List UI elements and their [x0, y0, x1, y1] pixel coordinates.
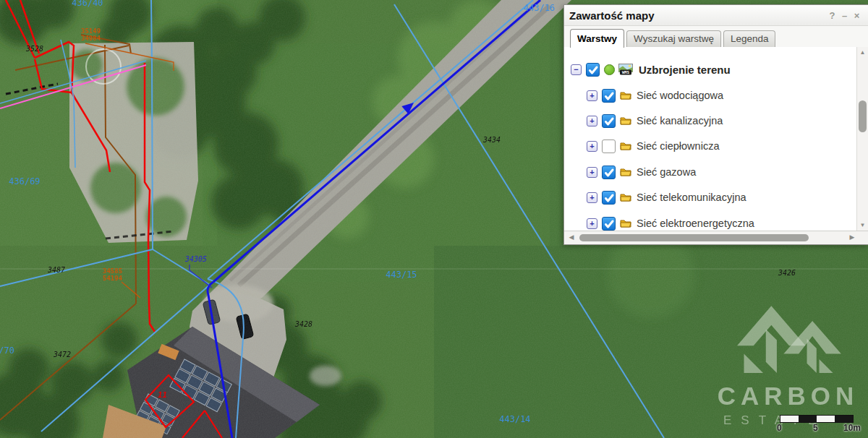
- scale-tick-label: 10m: [843, 423, 861, 433]
- map-contents-panel: Zawartość mapy ? – × Warstwy Wyszukaj wa…: [563, 4, 868, 245]
- layer-row-siec-telekomunikacyjna: + Sieć telekomunikacyjna: [564, 189, 746, 206]
- parcel-label: 436/40: [72, 0, 103, 8]
- layer-label[interactable]: Sieć kanalizacyjna: [637, 115, 723, 126]
- utility-label: 35149: [81, 27, 101, 35]
- layer-row-siec-wodociagowa: + Sieć wodociągowa: [564, 87, 723, 104]
- collapse-icon[interactable]: −: [571, 64, 582, 75]
- parcel-label: /70: [0, 345, 14, 356]
- expand-icon[interactable]: +: [587, 167, 597, 178]
- layer-checkbox[interactable]: [602, 166, 616, 179]
- layer-row-siec-elektroenergetyczna: + Sieć elektroenergetyczna: [564, 215, 754, 231]
- horizontal-scroll-thumb[interactable]: [579, 234, 809, 241]
- utility-label: 34585: [103, 267, 122, 275]
- horizontal-scrollbar[interactable]: ◀ ▶: [564, 231, 868, 244]
- scale-tick-label: 5: [813, 423, 818, 433]
- scroll-up-icon[interactable]: ▲: [857, 48, 868, 58]
- parcel-label: 3528: [26, 45, 43, 53]
- layer-row-siec-cieplownicza: + Sieć ciepłownicza: [564, 137, 719, 155]
- gis-application-window: 436/40 443/16 436/69 /70 443/15 443/14 3…: [0, 0, 868, 438]
- scale-tick-label: 0: [777, 423, 782, 433]
- parcel-label: 3426: [778, 269, 796, 277]
- layer-row-siec-kanalizacyjna: + Sieć kanalizacyjna: [564, 112, 723, 129]
- expand-icon[interactable]: +: [587, 90, 597, 101]
- tab-wyszukaj-warstwe[interactable]: Wyszukaj warstwę: [626, 30, 721, 47]
- layer-checkbox[interactable]: [586, 63, 600, 77]
- scroll-left-icon[interactable]: ◀: [566, 231, 577, 244]
- folder-icon: [620, 167, 631, 177]
- utility-label: 54194: [103, 275, 122, 282]
- parcel-label: 443/15: [386, 270, 417, 280]
- layer-checkbox[interactable]: [602, 191, 616, 205]
- scroll-down-icon[interactable]: ▼: [857, 220, 868, 231]
- parcel-label: 443/16: [524, 3, 555, 13]
- layer-label[interactable]: Sieć ciepłownicza: [637, 140, 719, 152]
- layer-row-siec-gazowa: + Sieć gazowa: [564, 163, 696, 181]
- layer-tree: − WMS Uzbrojenie terenu +: [564, 47, 868, 231]
- folder-icon: [620, 218, 631, 228]
- layer-label[interactable]: Sieć telekomunikacyjna: [637, 192, 746, 203]
- parcel-label: 3487: [48, 266, 65, 274]
- parcel-label: 3472: [54, 351, 71, 358]
- expand-icon[interactable]: +: [587, 192, 597, 203]
- folder-icon: [620, 116, 631, 126]
- vertical-scrollbar[interactable]: ▲ ▼: [856, 47, 868, 231]
- close-icon[interactable]: ×: [851, 10, 863, 21]
- parcel-label: 3434: [483, 136, 501, 144]
- layer-group-label[interactable]: Uzbrojenie terenu: [639, 64, 731, 76]
- layer-checkbox[interactable]: [602, 139, 616, 153]
- layer-label[interactable]: Sieć wodociągowa: [637, 90, 723, 101]
- panel-header[interactable]: Zawartość mapy ? – ×: [564, 5, 868, 26]
- folder-icon: [620, 141, 631, 151]
- tab-legenda[interactable]: Legenda: [723, 30, 776, 47]
- folder-icon: [620, 192, 631, 202]
- expand-icon[interactable]: +: [587, 218, 597, 229]
- help-icon[interactable]: ?: [826, 10, 838, 21]
- panel-tabs: Warstwy Wyszukaj warstwę Legenda: [564, 26, 868, 48]
- svg-text:WMS: WMS: [622, 70, 629, 74]
- utility-label: 34984: [81, 35, 101, 42]
- minimize-icon[interactable]: –: [838, 10, 851, 21]
- parcel-label: 3428: [295, 320, 312, 328]
- layer-label[interactable]: Sieć gazowa: [637, 166, 696, 178]
- layer-checkbox[interactable]: [602, 89, 616, 103]
- layer-checkbox[interactable]: [602, 114, 616, 128]
- folder-icon: [620, 90, 631, 100]
- scroll-right-icon[interactable]: ▶: [846, 231, 858, 244]
- wms-service-icon: WMS: [618, 64, 633, 75]
- status-dot-icon: [604, 64, 615, 75]
- parcel-label: 436/69: [9, 176, 40, 186]
- layer-label[interactable]: Sieć elektroenergetyczna: [637, 218, 754, 229]
- layer-checkbox[interactable]: [602, 217, 616, 231]
- parcel-label: 443/14: [499, 414, 530, 424]
- panel-title: Zawartość mapy: [569, 9, 826, 22]
- vertical-scroll-thumb[interactable]: [859, 100, 867, 132]
- utility-label: 34305: [185, 255, 207, 263]
- building-number-label: 11: [158, 390, 167, 400]
- expand-icon[interactable]: +: [587, 141, 597, 152]
- layer-row-uzbrojenie-terenu: − WMS Uzbrojenie terenu: [564, 61, 731, 78]
- scale-bar: 0 5 10m: [775, 415, 865, 433]
- tab-warstwy[interactable]: Warstwy: [570, 29, 624, 48]
- expand-icon[interactable]: +: [587, 116, 597, 126]
